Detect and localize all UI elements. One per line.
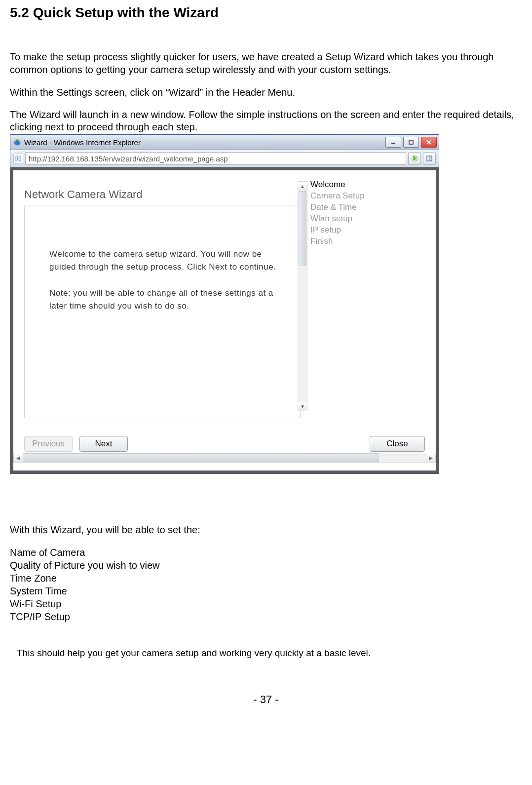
wizard-page: Network Camera Wizard Welcome to the cam… (13, 170, 436, 471)
paragraph-intro-3: The Wizard will launch in a new window. … (10, 109, 522, 133)
step-finish: Finish (310, 236, 436, 247)
wizard-step-list: Welcome Camera Setup Date & Time Wlan se… (310, 179, 436, 247)
minimize-button[interactable] (385, 137, 401, 148)
scroll-right-icon[interactable]: ▶ (426, 453, 435, 462)
close-button[interactable] (421, 137, 437, 148)
list-item: Wi-Fi Setup (10, 597, 522, 610)
next-button[interactable]: Next (79, 436, 128, 452)
list-item: TCP/IP Setup (10, 610, 522, 623)
close-wizard-button[interactable]: Close (370, 436, 425, 452)
page-number: - 37 - (10, 693, 522, 706)
list-item: System Time (10, 585, 522, 597)
document-page: 5.2 Quick Setup with the Wizard To make … (0, 0, 532, 716)
scroll-up-icon[interactable]: ▲ (298, 182, 307, 191)
refresh-icon[interactable] (408, 152, 421, 165)
window-titlebar: Wizard - Windows Internet Explorer (10, 135, 439, 150)
hscroll-thumb[interactable] (23, 453, 379, 462)
address-bar: http://192.168.168.135/en/wizard/wizard_… (10, 150, 439, 167)
paragraph-intro-2: Within the Settings screen, click on “Wi… (10, 86, 522, 99)
wizard-title: Network Camera Wizard (24, 188, 143, 201)
step-ip-setup: IP setup (310, 225, 436, 236)
browser-viewport: Network Camera Wizard Welcome to the cam… (10, 167, 439, 473)
step-date-time: Date & Time (310, 202, 436, 213)
compat-view-icon[interactable] (423, 152, 436, 165)
horizontal-scrollbar[interactable]: ◀ ▶ (13, 453, 436, 463)
step-camera-setup: Camera Setup (310, 191, 436, 202)
list-item: Name of Camera (10, 546, 522, 559)
svg-rect-2 (409, 140, 413, 144)
wizard-message-1: Welcome to the camera setup wizard. You … (49, 248, 280, 274)
step-wlan-setup: Wlan setup (310, 213, 436, 225)
section-heading: 5.2 Quick Setup with the Wizard (10, 5, 522, 21)
wizard-button-row: Previous Next Close (24, 436, 425, 452)
maximize-button[interactable] (403, 137, 419, 148)
wizard-message-2: Note: you will be able to change all of … (49, 287, 280, 313)
list-item: Time Zone (10, 572, 522, 585)
vertical-scrollbar[interactable]: ▲ ▼ (298, 181, 307, 411)
after-text: With this Wizard, you will be able to se… (10, 523, 522, 536)
browser-window: Wizard - Windows Internet Explorer http:… (10, 134, 439, 474)
closing-text: This should help you get your camera set… (17, 648, 522, 659)
scroll-down-icon[interactable]: ▼ (298, 402, 307, 411)
ie-icon (13, 138, 21, 146)
step-welcome: Welcome (310, 179, 436, 191)
window-title: Wizard - Windows Internet Explorer (24, 138, 385, 147)
divider (24, 205, 301, 205)
settings-list: Name of Camera Quality of Picture you wi… (10, 546, 522, 623)
scroll-left-icon[interactable]: ◀ (14, 453, 23, 462)
paragraph-intro-1: To make the setup process slightly quick… (10, 50, 522, 76)
wizard-body: Welcome to the camera setup wizard. You … (24, 206, 301, 418)
scroll-thumb[interactable] (299, 191, 306, 266)
url-input[interactable]: http://192.168.168.135/en/wizard/wizard_… (25, 152, 406, 165)
previous-button: Previous (24, 436, 73, 452)
list-item: Quality of Picture you wish to view (10, 559, 522, 572)
page-favicon (13, 154, 23, 163)
